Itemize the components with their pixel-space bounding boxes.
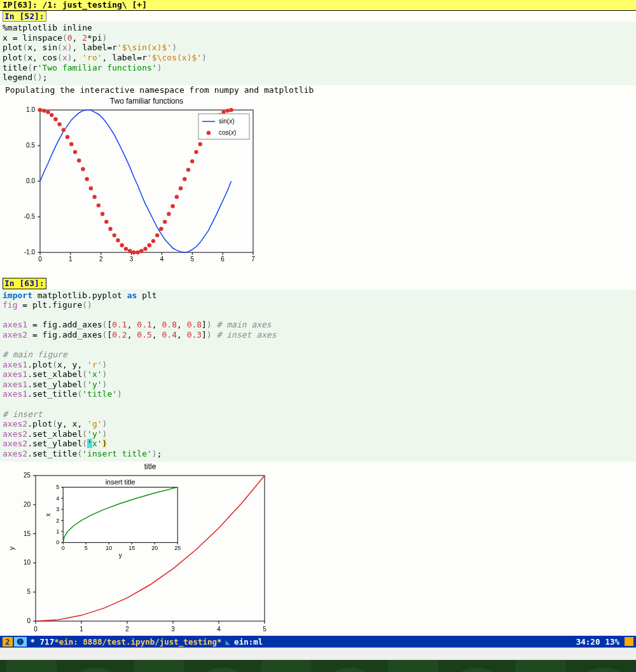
svg-text:0.0: 0.0 [26,177,35,184]
notebook-cell-2[interactable]: In [63]: import matplotlib.pyplot as plt… [0,278,636,645]
svg-point-43 [97,203,100,207]
svg-point-44 [100,212,104,216]
cell-code[interactable]: %matplotlib inline x = linspace(0, 2*pi)… [0,22,636,85]
svg-text:15: 15 [24,530,31,537]
svg-text:3: 3 [56,506,59,512]
svg-point-53 [135,250,139,254]
cursor-position: 34:20 [576,637,600,647]
svg-point-41 [89,186,93,190]
svg-text:10: 10 [106,545,112,551]
svg-text:0.5: 0.5 [26,142,35,149]
svg-point-76 [226,109,230,113]
svg-point-64 [179,186,183,190]
svg-text:0: 0 [56,539,59,545]
svg-rect-111 [63,487,177,542]
svg-point-36 [69,142,73,146]
svg-text:-1.0: -1.0 [24,249,36,256]
svg-text:1.0: 1.0 [26,106,35,113]
svg-point-50 [124,247,128,251]
svg-text:2: 2 [125,626,129,633]
svg-point-31 [50,113,53,117]
svg-point-65 [183,177,186,181]
svg-text:25: 25 [174,545,181,551]
svg-text:0: 0 [38,256,42,263]
svg-text:4: 4 [217,626,221,633]
svg-point-37 [73,150,77,154]
svg-text:4: 4 [160,256,164,263]
svg-point-60 [163,220,167,224]
svg-point-42 [92,195,96,199]
svg-point-77 [229,108,233,112]
svg-text:5: 5 [191,256,195,263]
separator-icon: ◣ [226,637,231,647]
svg-point-28 [38,108,42,112]
svg-text:y: y [8,546,15,550]
cell-code[interactable]: import matplotlib.pyplot as plt fig = pl… [0,289,636,462]
svg-point-69 [198,142,202,146]
svg-text:1: 1 [56,528,59,535]
svg-point-46 [108,227,112,231]
svg-text:6: 6 [221,256,225,263]
svg-point-29 [42,109,46,113]
svg-text:0: 0 [62,545,65,551]
minibuffer[interactable] [0,647,636,660]
modeline-left: * 717 [31,637,55,647]
window-titlebar: IP[63]: /1: just_testing\ [+] [0,0,636,11]
svg-text:title: title [144,462,156,471]
buffer-badge: ❶ [14,637,27,647]
svg-point-52 [132,250,135,254]
svg-point-45 [104,220,108,224]
svg-text:-0.5: -0.5 [24,213,36,220]
svg-point-48 [116,238,120,242]
svg-text:25: 25 [24,472,31,479]
svg-text:2: 2 [99,256,103,263]
svg-point-30 [46,111,50,114]
scroll-percent: 13% [605,637,619,647]
cell-prompt: In [63]: [3,278,46,289]
svg-point-58 [155,233,159,237]
chart-title-with-inset: 0123450510152025titlexy0510152025012345i… [5,462,633,645]
svg-point-68 [194,150,198,154]
svg-text:5: 5 [27,588,31,595]
svg-point-81 [207,131,211,135]
modeline-block-icon [625,637,633,646]
svg-point-39 [81,167,85,171]
svg-point-34 [62,128,66,132]
svg-text:20: 20 [151,545,158,551]
svg-point-63 [175,195,179,199]
svg-point-59 [159,227,163,231]
svg-text:5: 5 [85,545,88,551]
svg-point-51 [128,249,132,253]
svg-text:0: 0 [27,617,31,624]
editor-window[interactable]: IP[63]: /1: just_testing\ [+] In [52]: %… [0,0,636,645]
svg-text:0: 0 [34,626,38,633]
svg-text:20: 20 [24,500,31,507]
svg-point-49 [120,243,124,247]
svg-point-67 [190,160,194,163]
svg-text:10: 10 [24,559,31,566]
svg-text:sin(x): sin(x) [219,118,234,125]
svg-point-35 [66,135,69,139]
svg-point-54 [139,249,143,253]
svg-point-32 [53,118,57,121]
svg-text:15: 15 [128,545,135,551]
svg-point-40 [85,177,89,181]
svg-text:cos(x): cos(x) [219,129,236,136]
buffer-name: *ein: 8888/test.ipynb/just_testing* [54,637,221,647]
svg-text:3: 3 [130,256,134,263]
svg-point-66 [186,168,190,172]
svg-point-33 [57,123,61,127]
svg-text:Two familiar functions: Two familiar functions [110,97,183,106]
svg-text:5: 5 [56,484,59,490]
svg-text:1: 1 [69,256,73,263]
status-modeline: 2 ❶ * 717 *ein: 8888/test.ipynb/just_tes… [0,636,636,647]
notebook-cell-1[interactable]: In [52]: %matplotlib inline x = linspace… [0,11,636,269]
svg-text:x: x [45,513,52,516]
svg-text:4: 4 [56,495,59,501]
svg-point-38 [77,159,81,163]
svg-point-55 [143,247,147,251]
svg-point-57 [151,239,155,243]
svg-point-56 [148,243,151,247]
svg-point-62 [170,204,174,208]
svg-text:1: 1 [80,626,83,633]
